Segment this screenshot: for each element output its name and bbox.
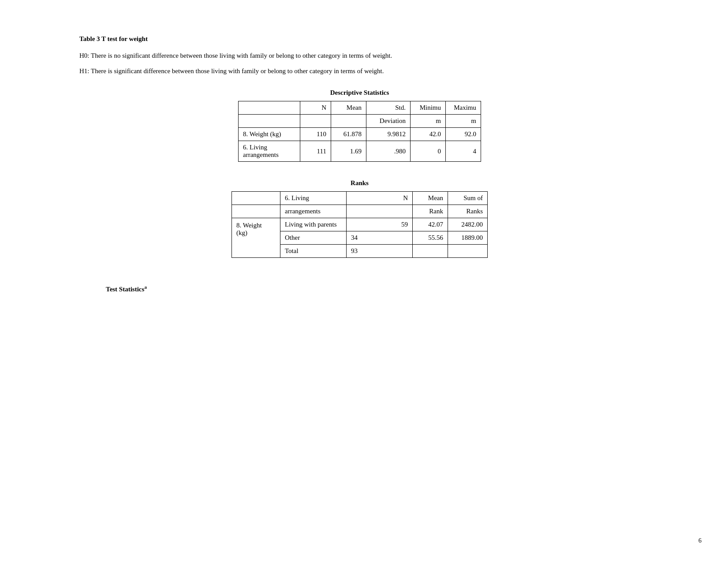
table-row: N Mean Std. Minimu Maximu [239,101,481,115]
header-std: Std. [366,101,411,115]
table-title: Table 3 T test for weight [79,35,640,43]
ranks-mean-2: 55.56 [413,231,448,245]
row-weight-min: 42.0 [411,128,446,141]
ranks-h-n: N [347,192,413,205]
ranks-sum-1: 2482.00 [448,218,488,231]
row-weight-std: 9.9812 [366,128,411,141]
ranks-h-sum1: Sum of [448,192,488,205]
hypothesis-h1: H1: There is significant difference betw… [79,66,640,76]
table-row: 8. Weight (kg) 110 61.878 9.9812 42.0 92… [239,128,481,141]
test-stat-superscript: a [144,284,147,290]
ranks-n-2: 34 [347,231,413,245]
page-number: 6 [698,537,702,544]
header-m1: m [411,115,446,128]
row-weight-n: 110 [300,128,331,141]
table-row: 6. Livingarrangements 111 1.69 .980 0 4 [239,141,481,162]
test-stat-label: Test Statistics [106,286,144,293]
row-weight-mean: 61.878 [331,128,366,141]
table-row: 6. Living N Mean Sum of [232,192,488,205]
header-mean: Mean [331,101,366,115]
ranks-h-mean1: Mean [413,192,448,205]
ranks-h-living2: arrangements [280,205,347,218]
row-living-n: 111 [300,141,331,162]
ranks-h-empty2 [232,205,280,218]
ranks-h-mean2: Rank [413,205,448,218]
ranks-n-1: 59 [347,218,413,231]
table-row: Deviation m m [239,115,481,128]
header-empty [239,101,300,115]
ranks-row-label: 8. Weight(kg) [232,218,280,258]
ranks-table: 6. Living N Mean Sum of arrangements Ran… [231,191,488,258]
header-n: N [300,101,331,115]
ranks-sum-2: 1889.00 [448,231,488,245]
hypothesis-h0: H0: There is no significant difference b… [79,51,640,61]
row-living-max: 4 [446,141,481,162]
row-living-std: .980 [366,141,411,162]
ranks-sub-1: Living with parents [280,218,347,231]
header-m2: m [446,115,481,128]
header-mean2 [331,115,366,128]
ranks-h-empty [232,192,280,205]
descriptive-heading: Descriptive Statistics [79,89,640,97]
ranks-h-living1: 6. Living [280,192,347,205]
row-living-mean: 1.69 [331,141,366,162]
row-weight-max: 92.0 [446,128,481,141]
ranks-sub-3: Total [280,245,347,258]
row-living-min: 0 [411,141,446,162]
ranks-sub-2: Other [280,231,347,245]
ranks-heading: Ranks [79,179,640,187]
row-weight-label: 8. Weight (kg) [239,128,300,141]
descriptive-table-wrapper: N Mean Std. Minimu Maximu Deviation m m [79,101,640,162]
ranks-mean-1: 42.07 [413,218,448,231]
header-min: Minimu [411,101,446,115]
ranks-n-3: 93 [347,245,413,258]
header-empty2 [239,115,300,128]
row-living-label: 6. Livingarrangements [239,141,300,162]
ranks-sum-3 [448,245,488,258]
descriptive-table: N Mean Std. Minimu Maximu Deviation m m [238,101,481,162]
header-max: Maximu [446,101,481,115]
header-n2 [300,115,331,128]
test-statistics-title: Test Statisticsa [106,284,640,293]
header-deviation: Deviation [366,115,411,128]
table-row: arrangements Rank Ranks [232,205,488,218]
table-row: 8. Weight(kg) Living with parents 59 42.… [232,218,488,231]
ranks-mean-3 [413,245,448,258]
ranks-h-n2 [347,205,413,218]
ranks-table-wrapper: 6. Living N Mean Sum of arrangements Ran… [79,191,640,258]
ranks-h-sum2: Ranks [448,205,488,218]
